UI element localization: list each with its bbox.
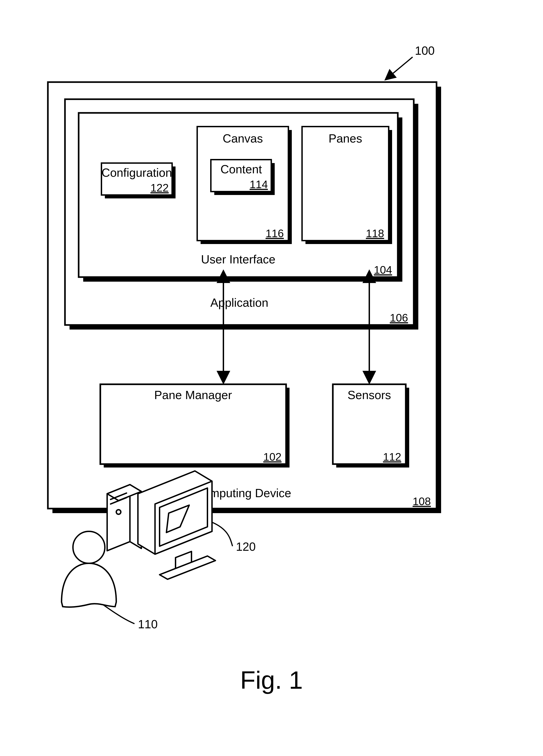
label-configuration: Configuration	[102, 166, 172, 179]
box-content: Content 114	[211, 160, 275, 195]
label-pane-manager: Pane Manager	[154, 388, 232, 402]
ref-102: 102	[263, 451, 281, 463]
ref-118: 118	[366, 227, 384, 239]
label-sensors: Sensors	[348, 388, 391, 402]
ref-114: 114	[250, 178, 268, 190]
leader-100	[385, 57, 413, 80]
leader-120: 120	[212, 522, 256, 553]
ref-106: 106	[390, 312, 408, 324]
leader-110: 110	[103, 604, 158, 631]
ref-100: 100	[415, 44, 435, 57]
box-panes: Panes 118	[302, 127, 392, 244]
figure-caption: Fig. 1	[240, 666, 303, 694]
svg-point-21	[73, 531, 105, 563]
ref-122: 122	[151, 182, 169, 194]
ref-116: 116	[266, 227, 284, 239]
ref-108: 108	[413, 495, 431, 507]
ref-104: 104	[374, 264, 392, 276]
ref-110: 110	[138, 618, 158, 631]
box-configuration: Configuration 122	[102, 163, 176, 198]
ref-120: 120	[236, 540, 256, 553]
label-application: Application	[211, 296, 268, 309]
label-content: Content	[221, 163, 262, 176]
computer-illustration	[107, 471, 216, 579]
label-user-interface: User Interface	[201, 253, 275, 266]
label-canvas: Canvas	[223, 132, 263, 145]
svg-point-20	[116, 510, 121, 514]
ref-112: 112	[383, 451, 401, 463]
label-panes: Panes	[328, 132, 362, 145]
box-sensors: Sensors 112	[333, 384, 409, 468]
box-pane-manager: Pane Manager 102	[100, 384, 289, 468]
